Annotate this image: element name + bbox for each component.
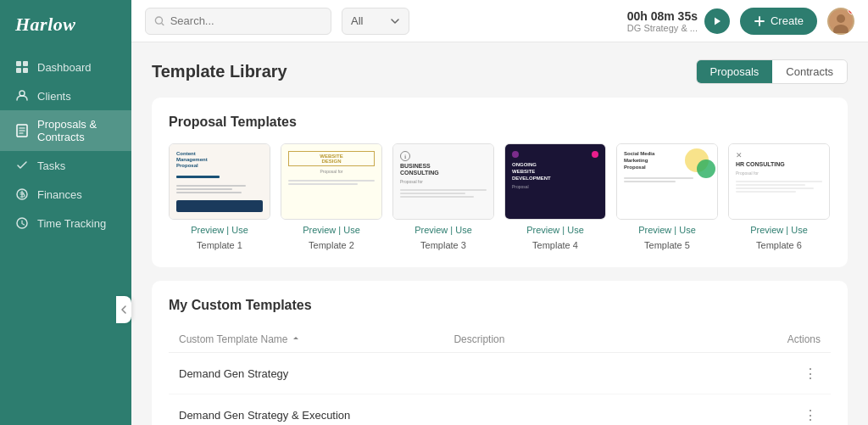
chevron-down-icon — [390, 16, 400, 26]
template-thumb-4: ONGOINGWEBSITEDEVELOPMENT Proposal — [504, 143, 606, 220]
sidebar-item-tracking[interactable]: Time Tracking — [0, 209, 131, 238]
timer-time: 00h 08m 35s — [627, 9, 698, 23]
tracking-icon — [15, 216, 29, 230]
template-2-name: Template 2 — [309, 240, 354, 250]
sidebar-item-dashboard[interactable]: Dashboard — [0, 53, 131, 81]
template-card-4[interactable]: ONGOINGWEBSITEDEVELOPMENT Proposal Previ… — [504, 143, 606, 250]
template-card-3[interactable]: ℹ BUSINESSCONSULTING Proposal for Previe… — [392, 143, 494, 250]
proposal-templates-section: Proposal Templates ContentManagementProp… — [152, 98, 848, 267]
filter-dropdown[interactable]: All — [342, 8, 409, 35]
svg-rect-3 — [23, 68, 28, 73]
play-icon — [713, 16, 721, 26]
svg-point-10 — [837, 14, 845, 23]
col-actions-header: Actions — [729, 333, 821, 345]
row-1-menu-button[interactable]: ⋮ — [800, 363, 821, 383]
timer-play-button[interactable] — [704, 8, 730, 34]
timer-section: 00h 08m 35s DG Strategy & ... — [627, 8, 730, 34]
sidebar-item-label: Dashboard — [37, 61, 92, 74]
tabs: Proposals Contracts — [696, 59, 848, 84]
col-actions-label: Actions — [787, 333, 821, 345]
sidebar-item-label: Proposals & Contracts — [37, 118, 116, 143]
sidebar-collapse-button[interactable] — [116, 296, 131, 323]
template-4-preview-use: Preview | Use — [526, 225, 584, 235]
template-thumb-5: Social MediaMarketingProposal — [616, 143, 718, 220]
template-thumb-6: ✕ HR CONSULTING Proposal for — [728, 143, 830, 220]
proposal-templates-title: Proposal Templates — [169, 115, 831, 130]
template-5-preview-use: Preview | Use — [638, 225, 696, 235]
sidebar-item-finances[interactable]: Finances — [0, 180, 131, 209]
row-2-menu-button[interactable]: ⋮ — [800, 405, 821, 425]
row-2-name: Demand Gen Strategy & Execution — [179, 409, 453, 422]
col-desc-header: Description — [453, 333, 728, 345]
custom-templates-section: My Custom Templates Custom Template Name… — [152, 281, 848, 425]
template-card-2[interactable]: WEBSITEDESIGN Proposal for Preview | Use… — [281, 143, 382, 250]
tasks-icon — [15, 159, 29, 172]
tab-proposals[interactable]: Proposals — [697, 60, 773, 83]
template-5-name: Template 5 — [644, 240, 690, 250]
sidebar: Harlow Dashboard Clients Proposals & — [0, 0, 131, 425]
page-header: Template Library Proposals Contracts — [152, 59, 848, 84]
template-4-name: Template 4 — [532, 240, 578, 250]
svg-point-4 — [19, 91, 25, 96]
svg-point-8 — [155, 17, 162, 24]
proposals-icon — [15, 124, 29, 137]
search-icon — [154, 15, 165, 27]
custom-templates-title: My Custom Templates — [169, 298, 831, 313]
sidebar-item-proposals[interactable]: Proposals & Contracts — [0, 110, 131, 151]
row-1-name: Demand Gen Strategy — [179, 367, 453, 380]
template-3-preview-use: Preview | Use — [415, 225, 472, 235]
template-thumb-1: ContentManagementProposal — [169, 143, 270, 220]
page-title: Template Library — [152, 62, 287, 81]
col-name-header: Custom Template Name — [179, 333, 453, 345]
template-card-6[interactable]: ✕ HR CONSULTING Proposal for Preview | U — [728, 143, 830, 250]
clients-icon — [15, 89, 29, 103]
sidebar-item-label: Tasks — [37, 159, 65, 172]
svg-rect-1 — [23, 61, 28, 66]
row-2-actions: ⋮ — [729, 405, 821, 425]
template-1-name: Template 1 — [197, 240, 242, 250]
template-3-name: Template 3 — [420, 240, 466, 250]
dashboard-icon — [15, 60, 29, 74]
template-thumb-3: ℹ BUSINESSCONSULTING Proposal for — [392, 143, 494, 220]
timer-label: DG Strategy & ... — [627, 23, 698, 33]
chevron-left-icon — [120, 305, 127, 315]
template-2-preview-use: Preview | Use — [303, 225, 360, 235]
timer-display: 00h 08m 35s DG Strategy & ... — [627, 9, 698, 33]
svg-rect-2 — [16, 68, 21, 73]
search-container[interactable] — [145, 8, 331, 35]
create-label: Create — [771, 14, 804, 27]
sidebar-item-label: Clients — [37, 90, 71, 103]
sort-icon — [292, 335, 300, 344]
header: All 00h 08m 35s DG Strategy & ... Create — [131, 0, 868, 42]
template-6-preview-use: Preview | Use — [750, 225, 808, 235]
table-header: Custom Template Name Description Actions — [169, 327, 831, 353]
template-card-5[interactable]: Social MediaMarketingProposal Preview | … — [616, 143, 718, 250]
page-content: Template Library Proposals Contracts Pro… — [131, 42, 868, 425]
search-input[interactable] — [170, 14, 322, 27]
col-name-label: Custom Template Name — [179, 333, 288, 345]
template-card-1[interactable]: ContentManagementProposal Preview | Use … — [169, 143, 270, 250]
create-button[interactable]: Create — [740, 8, 817, 35]
svg-rect-0 — [16, 61, 21, 66]
templates-grid: ContentManagementProposal Preview | Use … — [169, 143, 831, 250]
plus-icon — [754, 15, 765, 27]
table-row: Demand Gen Strategy ⋮ — [169, 353, 831, 394]
sidebar-item-clients[interactable]: Clients — [0, 81, 131, 110]
finances-icon — [15, 187, 29, 201]
sidebar-item-label: Time Tracking — [37, 217, 106, 230]
tab-contracts[interactable]: Contracts — [772, 60, 847, 83]
row-1-actions: ⋮ — [729, 363, 821, 383]
template-6-name: Template 6 — [756, 240, 802, 250]
table-row: Demand Gen Strategy & Execution ⋮ — [169, 394, 831, 425]
template-thumb-2: WEBSITEDESIGN Proposal for — [281, 143, 382, 220]
notification-badge — [848, 8, 854, 14]
sidebar-item-label: Finances — [37, 188, 82, 201]
sidebar-item-tasks[interactable]: Tasks — [0, 151, 131, 180]
logo: Harlow — [0, 0, 131, 46]
filter-value: All — [351, 14, 363, 27]
main-content: All 00h 08m 35s DG Strategy & ... Create — [131, 0, 868, 425]
col-desc-label: Description — [453, 333, 504, 345]
sidebar-nav: Dashboard Clients Proposals & Contracts … — [0, 46, 131, 244]
template-1-preview-use: Preview | Use — [191, 225, 248, 235]
avatar[interactable] — [827, 8, 854, 35]
